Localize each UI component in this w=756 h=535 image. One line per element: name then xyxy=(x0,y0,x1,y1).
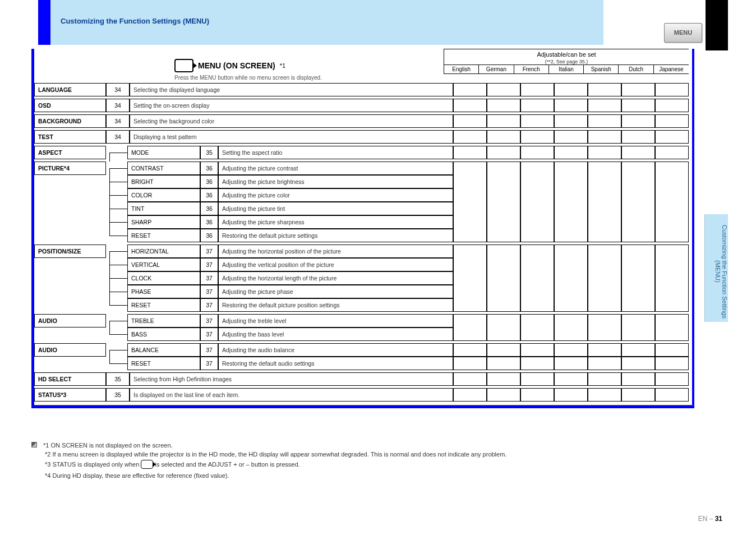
table-header-caption-text: Adjustable/can be set xyxy=(537,51,596,58)
lang-cell xyxy=(520,83,554,96)
connector-vertical xyxy=(109,321,110,334)
lang-cell xyxy=(621,314,655,341)
footnote-text: *2 If a menu screen is displayed while t… xyxy=(45,451,506,458)
connector-stub xyxy=(117,328,127,341)
lang-cell xyxy=(655,162,689,242)
connector-stub xyxy=(117,175,127,188)
row-label: CLOCK xyxy=(127,271,200,285)
menu-button-glyph: MENU xyxy=(664,23,702,43)
lang-cell xyxy=(520,372,554,386)
row-desc: Adjusting the horizontal length of the p… xyxy=(218,271,453,285)
lang-cell xyxy=(588,314,621,341)
row-label: HD SELECT xyxy=(34,372,106,386)
connector-branch xyxy=(109,251,127,252)
row-label: SHARP xyxy=(127,215,200,229)
lang-cell xyxy=(554,372,588,386)
row-label: TINT xyxy=(127,202,200,215)
row-desc: Adjusting the vertical position of the p… xyxy=(218,258,453,271)
lang-cell xyxy=(453,314,487,341)
row-desc: Selecting the displayed language xyxy=(130,83,453,96)
lang-cell xyxy=(621,146,655,159)
footnotes: *1 ON SCREEN is not displayed on the scr… xyxy=(31,442,694,481)
connector-stub xyxy=(117,343,127,357)
lang-cell xyxy=(487,372,520,386)
footnote-text: *3 STATUS is displayed only when xyxy=(45,461,141,468)
connector-branch xyxy=(109,321,127,321)
row-page: 37 xyxy=(200,271,218,285)
connector-stub xyxy=(117,202,127,215)
row-desc: Setting the aspect ratio xyxy=(218,146,453,159)
table-row: RESET37Restoring the default audio setti… xyxy=(117,357,453,370)
connector-stub xyxy=(117,271,127,285)
lang-cell xyxy=(520,146,554,159)
connector-stub xyxy=(117,146,127,159)
lang-cell xyxy=(554,146,588,159)
lang-header-cell: Italian xyxy=(549,65,584,73)
connector-stub xyxy=(117,245,127,258)
connector-vertical xyxy=(109,168,110,236)
mode-icon-small xyxy=(141,460,153,469)
lang-header-cell: German xyxy=(479,65,514,73)
row-label: LANGUAGE xyxy=(34,83,106,96)
table-row: STATUS*335Is displayed on the last line … xyxy=(34,388,689,402)
lang-cell xyxy=(621,83,655,96)
group-left: AUDIO xyxy=(34,343,117,370)
row-label: COLOR xyxy=(127,188,200,202)
lang-cell xyxy=(487,388,520,402)
table-row: BALANCE37Adjusting the audio balance xyxy=(117,343,453,357)
lang-cell xyxy=(453,99,487,112)
row-label: CONTRAST xyxy=(127,162,200,175)
table-row: OSD34Setting the on-screen display xyxy=(34,99,689,112)
group-lang-block xyxy=(453,314,689,341)
row-page: 37 xyxy=(200,258,218,271)
table-row: TREBLE37Adjusting the treble level xyxy=(117,314,453,328)
row-page: 36 xyxy=(200,175,218,188)
table-row: RESET37Restoring the default picture pos… xyxy=(117,298,453,312)
lang-cell xyxy=(588,343,621,357)
footnote-line: *2 If a menu screen is displayed while t… xyxy=(31,451,694,458)
lang-cells xyxy=(453,245,689,312)
lang-cell xyxy=(588,162,621,242)
group-children: HORIZONTAL37Adjusting the horizontal pos… xyxy=(117,245,453,312)
lang-cell xyxy=(453,372,487,386)
connector-stub xyxy=(117,298,127,312)
row-desc: Restoring the default audio settings xyxy=(218,357,453,370)
row-label: VERTICAL xyxy=(127,258,200,271)
lang-cell xyxy=(520,130,554,144)
lang-cell xyxy=(621,114,655,128)
row-page: 35 xyxy=(106,372,130,386)
group-children: TREBLE37Adjusting the treble levelBASS37… xyxy=(117,314,453,341)
group-label: ASPECT xyxy=(34,146,106,159)
group: ASPECTMODE35Setting the aspect ratio xyxy=(34,146,689,159)
row-desc: Is displayed on the last line of each it… xyxy=(130,388,453,402)
footnote-line: *1 ON SCREEN is not displayed on the scr… xyxy=(31,442,694,449)
row-page: 37 xyxy=(200,285,218,298)
lang-cell xyxy=(588,114,621,128)
row-page: 36 xyxy=(200,202,218,215)
row-page: 37 xyxy=(200,298,218,312)
lang-cell xyxy=(520,114,554,128)
lang-header-cell: Dutch xyxy=(619,65,653,73)
connector-vertical xyxy=(109,350,110,363)
row-desc: Adjusting the picture phase xyxy=(218,285,453,298)
lang-cell xyxy=(487,245,520,312)
row-desc: Adjusting the picture brightness xyxy=(218,175,453,188)
lang-cell xyxy=(554,245,588,312)
lang-header-cell: English xyxy=(444,65,479,73)
lang-cell xyxy=(453,83,487,96)
lang-cell xyxy=(520,99,554,112)
lang-cell xyxy=(655,388,689,402)
row-desc: Selecting the background color xyxy=(130,114,453,128)
lang-cell xyxy=(453,130,487,144)
page: MENU Customizing the Function Settings (… xyxy=(0,0,756,535)
lang-cell xyxy=(621,357,655,370)
lang-cells xyxy=(453,146,689,159)
group: POSITION/SIZEHORIZONTAL37Adjusting the h… xyxy=(34,245,689,312)
row-label: TREBLE xyxy=(127,314,200,328)
table-row: LANGUAGE34Selecting the displayed langua… xyxy=(34,83,689,96)
table-row: CLOCK37Adjusting the horizontal length o… xyxy=(117,271,453,285)
group-left: ASPECT xyxy=(34,146,117,159)
lang-cell xyxy=(588,357,621,370)
row-desc: Restoring the default picture position s… xyxy=(218,298,453,312)
header-title: Customizing the Function Settings (MENU) xyxy=(61,17,209,25)
